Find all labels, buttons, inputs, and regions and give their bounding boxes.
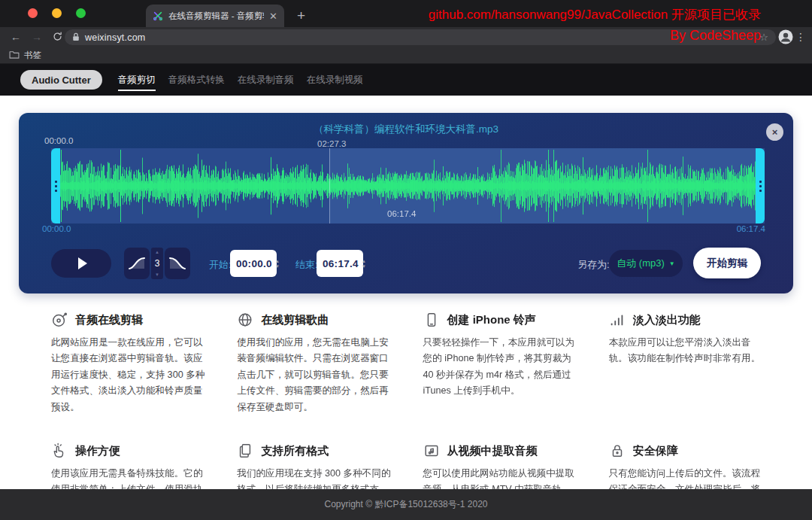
start-time-input[interactable]: 00:00.0 ▲▼: [230, 250, 277, 277]
globe-icon: [237, 312, 253, 328]
feature-card: 淡入淡出功能 本款应用可以让您平滑淡入淡出音轨。该功能在制作铃声时非常有用。: [609, 312, 763, 415]
fade-in-icon: [128, 257, 146, 270]
feature-title: 安全保障: [633, 444, 678, 458]
bookmarks-bar: 书签: [0, 47, 812, 64]
feature-text: 本款应用可以让您平滑淡入淡出音轨。该功能在制作铃声时非常有用。: [609, 335, 763, 367]
fade-out-button[interactable]: [165, 248, 190, 279]
stepper-up-icon[interactable]: ▲: [155, 250, 159, 254]
start-time-value: 00:00.0: [236, 258, 272, 269]
copyright-text: Copyright © 黔ICP备15012638号-1 2020: [325, 498, 488, 511]
feature-text: 使用我们的应用，您无需在电脑上安装音频编辑软件。只需在浏览器窗口点击几下，就可以…: [237, 335, 391, 415]
track-title: （科学科普）编程软件和环境大科普.mp3: [19, 123, 793, 136]
stepper-down-icon[interactable]: ▼: [155, 272, 159, 277]
waveform-track[interactable]: 06:17.4: [51, 148, 765, 224]
audio-editor-panel: （科学科普）编程软件和环境大科普.mp3 × 00:00.0 02:27.3 0…: [19, 113, 793, 293]
playhead-line[interactable]: [329, 148, 330, 224]
lock-icon: [609, 442, 626, 459]
feature-title: 支持所有格式: [261, 444, 329, 458]
reload-icon[interactable]: [53, 31, 62, 44]
end-time-value: 06:17.4: [323, 258, 359, 269]
browser-tab[interactable]: 在线音频剪辑器 - 音频剪辑软件， ✕: [146, 5, 284, 27]
feature-card: 创建 iPhone 铃声 只要轻轻操作一下，本应用就可以为您的 iPhone 制…: [423, 312, 577, 415]
start-stepper[interactable]: ▲▼: [275, 259, 280, 269]
features-grid: 音频在线剪辑 此网站应用是一款在线应用，它可以让您直接在浏览器中剪辑音轨。该应用…: [51, 312, 763, 514]
tab-close-icon[interactable]: ✕: [269, 11, 277, 21]
site-nav: Audio Cutter 音频剪切 音频格式转换 在线录制音频 在线录制视频: [0, 64, 812, 96]
browser-menu-icon[interactable]: ⋮: [795, 29, 806, 44]
formats-docs-icon: [237, 442, 253, 459]
fade-out-icon: [168, 257, 186, 270]
mac-minimize-button[interactable]: [52, 8, 62, 18]
feature-card: 在线剪辑歌曲 使用我们的应用，您无需在电脑上安装音频编辑软件。只需在浏览器窗口点…: [237, 312, 391, 415]
start-label: 开始:: [209, 258, 232, 272]
profile-avatar[interactable]: [778, 29, 793, 47]
bookmark-star-icon[interactable]: ☆: [759, 32, 768, 43]
feature-title: 音频在线剪辑: [75, 313, 143, 327]
play-button[interactable]: [51, 249, 111, 278]
tab-title: 在线音频剪辑器 - 音频剪辑软件，: [168, 11, 264, 22]
back-icon[interactable]: ←: [11, 30, 21, 44]
trim-handle-right[interactable]: [756, 148, 765, 224]
feature-title: 从视频中提取音频: [447, 444, 538, 458]
format-dropdown[interactable]: 自动 (mp3) ▼: [609, 250, 683, 277]
new-tab-button[interactable]: +: [297, 5, 305, 26]
feature-card: 音频在线剪辑 此网站应用是一款在线应用，它可以让您直接在浏览器中剪辑音轨。该应用…: [51, 312, 205, 415]
track-end-time-label: 06:17.4: [737, 224, 765, 233]
forward-icon[interactable]: →: [32, 30, 42, 44]
video-music-icon: [423, 442, 440, 459]
end-label: 结束:: [295, 258, 318, 272]
feature-text: 此网站应用是一款在线应用，它可以让您直接在浏览器中剪辑音轨。该应用运行速度快、稳…: [51, 335, 205, 415]
brand-badge[interactable]: Audio Cutter: [20, 70, 102, 90]
browser-window: 在线音频剪辑器 - 音频剪辑软件， ✕ + ← → weixinsyt.com …: [0, 0, 812, 520]
folder-icon: [9, 48, 20, 62]
nav-item-record-video[interactable]: 在线录制视频: [307, 69, 363, 91]
nav-item-format-convert[interactable]: 音频格式转换: [168, 69, 225, 91]
end-time-input[interactable]: 06:17.4 ▲▼: [317, 250, 363, 277]
format-value: 自动 (mp3): [617, 257, 665, 270]
close-icon[interactable]: ×: [766, 123, 783, 141]
mac-close-button[interactable]: [28, 8, 38, 18]
play-icon: [78, 257, 87, 269]
selection-start-time-label: 00:00.0: [44, 136, 73, 145]
end-stepper[interactable]: ▲▼: [362, 259, 366, 269]
trim-handle-left[interactable]: [51, 148, 60, 224]
url-text: weixinsyt.com: [85, 32, 145, 43]
nav-item-audio-cut[interactable]: 音频剪切: [118, 69, 156, 91]
duration-label: 06:17.4: [387, 209, 416, 218]
mac-fullscreen-button[interactable]: [76, 8, 86, 18]
bookmark-folder-label[interactable]: 书签: [24, 50, 41, 61]
feature-title: 在线剪辑歌曲: [261, 313, 329, 327]
site-favicon-icon: [153, 11, 163, 21]
save-as-label: 另存为:: [577, 258, 610, 272]
chevron-down-icon: ▼: [669, 260, 675, 267]
fade-seconds-value: 3: [155, 258, 160, 269]
start-cut-button[interactable]: 开始剪辑: [693, 248, 761, 278]
overlay-text-line1: github.com/hansonwang99/JavaCollection 开…: [429, 6, 761, 23]
feature-text: 只要轻轻操作一下，本应用就可以为您的 iPhone 制作铃声，将其剪裁为 40 …: [423, 335, 577, 400]
fade-bars-icon: [609, 312, 626, 328]
iphone-icon: [423, 312, 440, 328]
vinyl-disc-icon: [51, 312, 68, 328]
page-footer: Copyright © 黔ICP备15012638号-1 2020: [0, 489, 812, 520]
overlay-text-line2: By CodeSheep: [670, 28, 761, 44]
fade-seconds-stepper[interactable]: ▲ 3 ▼: [151, 248, 163, 279]
track-start-time-label: 00:00.0: [42, 224, 71, 233]
feature-title: 操作方便: [75, 444, 120, 458]
fade-in-button[interactable]: [124, 248, 150, 279]
tap-hand-icon: [51, 442, 68, 459]
https-lock-icon: [72, 31, 80, 44]
feature-title: 淡入淡出功能: [633, 313, 701, 327]
feature-title: 创建 iPhone 铃声: [447, 313, 536, 327]
nav-item-record-audio[interactable]: 在线录制音频: [238, 69, 294, 91]
playhead-time-label: 02:27.3: [317, 139, 346, 148]
